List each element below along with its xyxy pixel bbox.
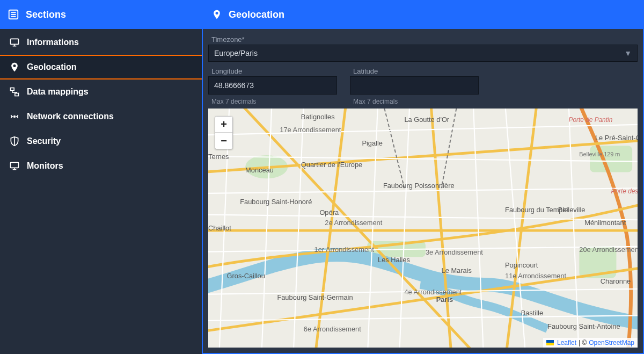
monitor-icon (8, 37, 21, 48)
svg-text:1er Arrondissement: 1er Arrondissement (314, 245, 375, 254)
timezone-select[interactable]: Europe/Paris ▼ (208, 45, 638, 62)
latitude-label: Latitude (353, 67, 479, 75)
mapping-icon (8, 86, 21, 97)
map[interactable]: Batignolles 17e Arrondissement Ternes Mo… (208, 109, 638, 348)
top-bar: Sections Geolocation (0, 0, 644, 29)
map-attribution: Leaflet | © OpenStreetMap (543, 338, 638, 348)
svg-text:Gros-Caillou: Gros-Caillou (227, 272, 265, 280)
main-panel: Timezone* Europe/Paris ▼ Longitude Max 7… (202, 29, 644, 354)
sidebar-item-geolocation[interactable]: Geolocation (0, 55, 202, 80)
zoom-out-button[interactable]: − (215, 133, 232, 149)
svg-text:Chaillot: Chaillot (208, 224, 231, 232)
map-canvas: Batignolles 17e Arrondissement Ternes Mo… (208, 109, 638, 348)
page-title: Geolocation (229, 9, 284, 20)
monitor-icon (8, 161, 21, 171)
longitude-input[interactable] (208, 76, 337, 95)
svg-text:17e Arrondissement: 17e Arrondissement (280, 126, 341, 134)
svg-text:Faubourg Poissonnière: Faubourg Poissonnière (383, 182, 455, 190)
latitude-helper: Max 7 decimals (353, 98, 479, 105)
svg-text:Charonne: Charonne (601, 277, 631, 285)
svg-point-4 (216, 12, 218, 15)
svg-text:Faubourg Saint-Antoine: Faubourg Saint-Antoine (547, 322, 620, 330)
svg-text:Le Marais: Le Marais (442, 266, 472, 274)
svg-rect-10 (15, 93, 19, 96)
svg-rect-18 (590, 146, 632, 172)
sidebar-item-monitors[interactable]: Monitors (0, 154, 202, 178)
svg-text:Belleville 129 m: Belleville 129 m (579, 151, 620, 157)
pin-icon (8, 61, 21, 73)
svg-text:20e Arrondissement: 20e Arrondissement (579, 245, 638, 254)
svg-rect-9 (11, 88, 14, 91)
sidebar-item-label: Monitors (27, 161, 63, 171)
svg-text:Batignolles: Batignolles (301, 113, 335, 121)
page-header: Geolocation (202, 9, 644, 20)
timezone-value: Europe/Paris (214, 49, 258, 57)
sidebar-item-informations[interactable]: Informations (0, 30, 202, 55)
svg-text:Le Pré-Saint-Gervais: Le Pré-Saint-Gervais (595, 134, 638, 142)
osm-link[interactable]: OpenStreetMap (589, 339, 634, 346)
svg-text:3e Arrondissement: 3e Arrondissement (426, 248, 483, 256)
leaflet-link[interactable]: Leaflet (557, 339, 576, 346)
svg-text:Faubourg Saint-Honoré: Faubourg Saint-Honoré (240, 198, 312, 206)
zoom-control: + − (215, 116, 233, 149)
timezone-label: Timezone* (211, 35, 638, 44)
svg-text:Belleville: Belleville (558, 206, 586, 214)
sidebar-item-label: Geolocation (27, 62, 76, 72)
sidebar-item-network[interactable]: Network connections (0, 104, 202, 129)
svg-text:La Goutte d'Or: La Goutte d'Or (404, 115, 449, 124)
svg-text:Ménilmontant: Ménilmontant (584, 219, 626, 227)
svg-text:6e Arrondissement: 6e Arrondissement (304, 325, 361, 333)
svg-text:Popincourt: Popincourt (505, 261, 538, 269)
longitude-helper: Max 7 decimals (211, 98, 337, 105)
svg-text:Pigalle: Pigalle (362, 139, 383, 147)
attribution-sep: | © (579, 339, 587, 346)
svg-text:Porte de Pantin: Porte de Pantin (569, 116, 613, 124)
svg-text:Opéra: Opéra (319, 208, 339, 216)
sidebar-item-security[interactable]: Security (0, 129, 202, 154)
latitude-input[interactable] (350, 76, 479, 95)
zoom-in-button[interactable]: + (215, 117, 232, 133)
svg-point-11 (14, 116, 16, 118)
svg-text:11e Arrondissement: 11e Arrondissement (505, 272, 567, 280)
svg-text:Les Halles: Les Halles (378, 256, 410, 264)
svg-text:Porte des Lilas: Porte des Lilas (611, 187, 638, 195)
shield-icon (8, 135, 21, 147)
flag-icon (546, 340, 554, 345)
pin-icon (211, 9, 222, 20)
svg-text:Quartier de l'Europe: Quartier de l'Europe (301, 161, 362, 169)
svg-text:Paris: Paris (436, 295, 453, 304)
svg-text:4e Arrondissement: 4e Arrondissement (404, 288, 462, 296)
svg-text:Monceau: Monceau (245, 166, 274, 174)
svg-point-8 (13, 64, 16, 67)
sections-header: Sections (0, 9, 202, 20)
svg-text:2e Arrondissement: 2e Arrondissement (325, 219, 382, 227)
sidebar-item-label: Data mappings (27, 87, 89, 97)
svg-rect-12 (11, 162, 19, 168)
longitude-label: Longitude (211, 67, 337, 75)
svg-text:Bastille: Bastille (521, 309, 543, 317)
list-icon (8, 9, 19, 20)
sections-title: Sections (26, 9, 66, 20)
sidebar-item-data-mappings[interactable]: Data mappings (0, 80, 202, 104)
sidebar-item-label: Network connections (27, 112, 114, 121)
sidebar: Informations Geolocation Data mappings N… (0, 29, 202, 354)
network-icon (8, 112, 21, 121)
svg-text:5e Arrondissement: 5e Arrondissement (367, 346, 425, 348)
sidebar-item-label: Informations (27, 38, 79, 47)
sidebar-item-label: Security (27, 136, 61, 146)
chevron-down-icon: ▼ (624, 49, 632, 57)
svg-rect-5 (11, 39, 19, 44)
svg-text:Faubourg Saint-Germain: Faubourg Saint-Germain (277, 293, 353, 301)
svg-text:Ternes: Ternes (208, 153, 229, 161)
